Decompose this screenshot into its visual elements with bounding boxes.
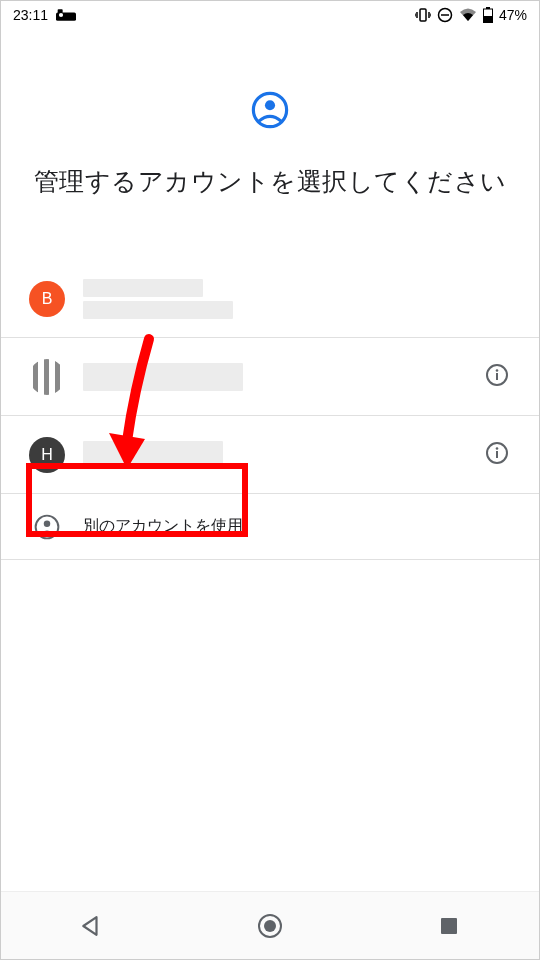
status-time: 23:11: [13, 7, 48, 23]
svg-rect-0: [56, 13, 76, 21]
avatar: H: [29, 437, 65, 473]
svg-rect-19: [55, 359, 60, 395]
info-icon[interactable]: [485, 363, 509, 391]
dnd-icon: [437, 7, 453, 23]
svg-rect-3: [420, 9, 426, 21]
battery-percent: 47%: [499, 7, 527, 23]
svg-point-31: [264, 920, 276, 932]
svg-rect-32: [441, 918, 457, 934]
svg-point-14: [265, 100, 275, 110]
svg-rect-17: [33, 359, 38, 395]
svg-point-21: [496, 369, 499, 372]
nav-home-button[interactable]: [230, 906, 310, 946]
avatar: B: [29, 281, 65, 317]
navigation-bar: [1, 891, 539, 959]
account-info-redacted: [83, 441, 223, 469]
page-title: 管理するアカウントを選択してください: [1, 165, 539, 198]
account-row[interactable]: H: [1, 416, 539, 494]
bedtime-icon: [56, 8, 76, 22]
battery-icon: [483, 7, 493, 23]
account-add-icon: [29, 509, 65, 545]
svg-rect-22: [496, 373, 498, 380]
svg-point-24: [496, 447, 499, 450]
account-info-redacted: [83, 363, 243, 391]
use-another-account-label: 別のアカウントを使用: [83, 516, 243, 537]
avatar: [29, 359, 65, 395]
vibrate-icon: [415, 7, 431, 23]
account-row[interactable]: B: [1, 260, 539, 338]
status-bar: 23:11: [1, 1, 539, 29]
account-row[interactable]: [1, 338, 539, 416]
svg-rect-18: [44, 359, 49, 395]
svg-point-27: [44, 520, 51, 527]
svg-rect-12: [484, 16, 492, 22]
svg-marker-29: [83, 917, 96, 935]
nav-back-button[interactable]: [51, 906, 131, 946]
svg-point-2: [59, 13, 63, 17]
nav-recent-button[interactable]: [409, 906, 489, 946]
info-icon[interactable]: [485, 441, 509, 469]
svg-rect-25: [496, 451, 498, 458]
account-list: B: [1, 260, 539, 560]
wifi-icon: [459, 8, 477, 22]
account-info-redacted: [83, 279, 233, 319]
header-account-icon: [1, 91, 539, 129]
svg-rect-1: [58, 9, 63, 13]
use-another-account-row[interactable]: 別のアカウントを使用: [1, 494, 539, 560]
